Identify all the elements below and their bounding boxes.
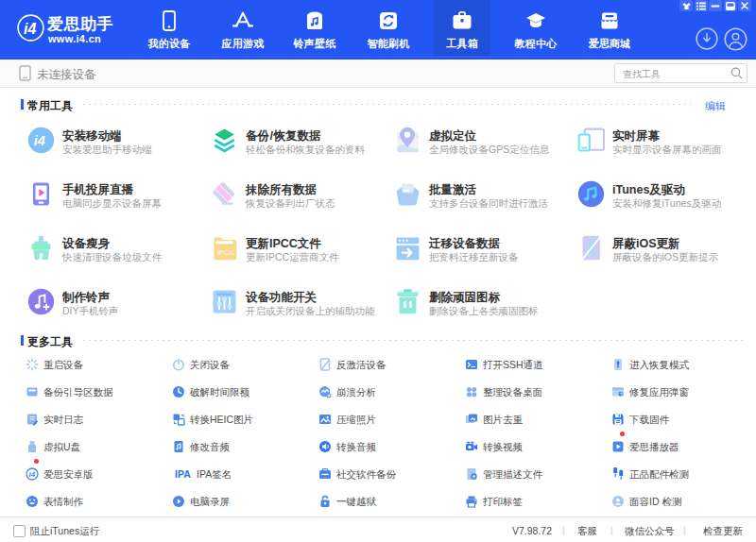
svg-text:i4: i4 (29, 470, 36, 479)
svg-text:i4: i4 (24, 21, 36, 37)
svg-text:IPCC: IPCC (216, 248, 234, 257)
svg-text:i4: i4 (34, 133, 45, 148)
